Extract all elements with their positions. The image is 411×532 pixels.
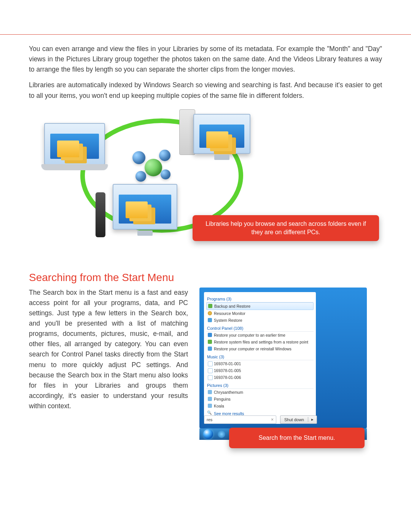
search-value: res [207,417,212,422]
shutdown-arrow-icon[interactable]: ▸ [308,417,317,422]
node-center-icon [145,159,162,176]
section-body-column: The Search box in the Start menu is a fa… [29,288,188,428]
result-item[interactable]: Koala [206,403,314,409]
result-item[interactable]: Restore your computer or reinstall Windo… [206,345,314,352]
speaker-tower-icon [96,192,105,237]
folder-icons [119,195,171,224]
monitor-icon-1 [193,114,250,154]
result-item[interactable]: 169378-01-006 [206,374,314,381]
monitor-icon-2 [113,184,177,230]
figure-callout: Libraries help you browse and search acr… [193,215,379,241]
shutdown-button[interactable]: Shut down ▸ [280,415,317,424]
ie-icon[interactable] [218,430,225,438]
intro-paragraph-2: Libraries are automatically indexed by W… [29,80,382,101]
startmenu-callout: Search from the Start menu. [229,428,365,448]
startmenu-figure-column: Programs (3)Backup and RestoreResource M… [199,288,382,428]
section-title: Searching from the Start Menu [29,272,382,284]
result-item[interactable]: Resource Monitor [206,310,314,317]
result-category-header: Pictures (3) [206,382,314,389]
start-menu-screenshot: Programs (3)Backup and RestoreResource M… [199,288,367,428]
section-body: The Search box in the Start menu is a fa… [29,288,188,412]
node-icon [159,150,170,161]
start-orb-icon[interactable] [203,429,213,439]
folder-icons [199,125,244,148]
node-icon [135,171,146,182]
libraries-network-figure: Libraries help you browse and search acr… [29,112,382,264]
intro-paragraph-1: You can even arrange and view the files … [29,44,382,75]
header-rule [0,34,411,35]
network-nodes-icon [132,150,174,184]
result-category-header: Control Panel (108) [206,324,314,332]
page-content: You can even arrange and view the files … [29,44,382,428]
result-category-header: Music (3) [206,353,314,360]
result-category-header: Programs (3) [206,295,314,302]
laptop-icon [44,123,105,165]
two-column-layout: The Search box in the Start menu is a fa… [29,288,382,428]
folder-icons [50,134,99,159]
result-item[interactable]: 169378-01-001 [206,360,314,367]
start-menu-results-panel: Programs (3)Backup and RestoreResource M… [204,292,316,424]
node-icon [132,151,145,164]
node-icon [161,169,170,179]
start-menu-footer: res × Shut down ▸ [204,415,362,424]
result-item[interactable]: Penguins [206,396,314,403]
result-item[interactable]: System Restore [206,317,314,324]
result-item[interactable]: Restore your computer to an earlier time [206,332,314,339]
result-item[interactable]: 169378-01-005 [206,367,314,374]
result-item[interactable]: Chrysanthemum [206,389,314,396]
start-menu-search-input[interactable]: res × [204,415,276,424]
result-item[interactable]: Backup and Restore [206,302,314,310]
shutdown-label: Shut down [280,417,308,422]
clear-search-icon[interactable]: × [271,417,274,422]
desktop-tower-icon [179,109,195,155]
result-item[interactable]: Restore system files and settings from a… [206,339,314,345]
